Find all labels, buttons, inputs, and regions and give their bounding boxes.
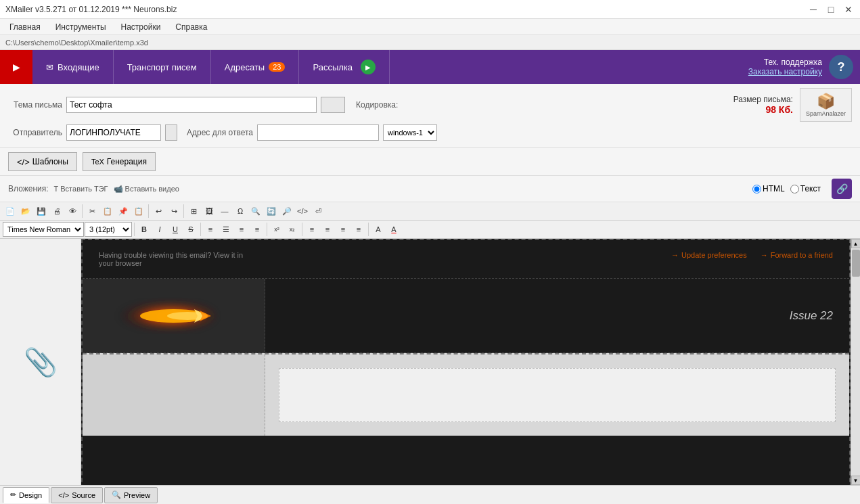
minimize-button[interactable]: ─ (807, 3, 819, 16)
addresses-button[interactable]: Адресаты 23 (211, 50, 300, 84)
arrow-icon-1: → (671, 251, 679, 259)
image-button[interactable]: 🖼 (202, 204, 217, 219)
zoom-button[interactable]: 🔎 (279, 204, 294, 219)
gen-icon: TeX (91, 158, 104, 166)
clip-icon: 🔗 (836, 183, 848, 194)
editor-body: 📎 Having trouble viewing this email? Vie… (0, 239, 860, 485)
align-right-button[interactable]: ≡ (234, 222, 249, 237)
text-radio[interactable] (790, 185, 799, 193)
html-radio-option[interactable]: HTML (752, 184, 785, 193)
source-tab[interactable]: </> Source (51, 487, 103, 503)
unordered-list-button[interactable]: ≡ (304, 222, 319, 237)
cut-button[interactable]: ✂ (85, 204, 99, 219)
editor-toolbar: 📄 📂 💾 🖨 👁 ✂ 📋 📌 📋 ↩ ↪ ⊞ 🖼 — Ω 🔍 🔄 🔎 </> … (0, 202, 860, 221)
bottom-tab-bar: ✏ Design </> Source 🔍 Preview (0, 485, 860, 504)
justify-button[interactable]: ≡ (250, 222, 265, 237)
encoding-label: Кодировка: (356, 100, 398, 110)
menu-tools[interactable]: Инструменты (49, 21, 113, 33)
insert-tag-button[interactable]: T Вставить ТЭГ (54, 185, 108, 193)
new-doc-button[interactable]: 📄 (3, 204, 18, 219)
subject-extra-btn[interactable] (321, 97, 345, 113)
title-bar: XMailer v3.5.271 от 01.12.2019 *** Neuro… (0, 0, 860, 19)
save-button[interactable]: 💾 (34, 204, 49, 219)
youtube-icon (6, 60, 26, 74)
preview-tab[interactable]: 🔍 Preview (104, 487, 158, 503)
close-button[interactable]: ✕ (842, 3, 855, 16)
ordered-list-button[interactable]: ≡ (320, 222, 335, 237)
v-scrollbar-thumb[interactable] (852, 250, 860, 277)
replace-button[interactable]: 🔄 (264, 204, 279, 219)
support-area: Тех. поддержка Заказать настройку (748, 58, 822, 76)
sender-extra-btn[interactable] (165, 124, 177, 141)
hr-button[interactable]: — (217, 204, 232, 219)
template-row: </> Шаблоны TeX Генерация (0, 148, 860, 176)
scroll-down-button[interactable]: ▼ (851, 476, 861, 485)
highlight-button[interactable]: A (371, 222, 386, 237)
wrap-button[interactable]: ⏎ (311, 204, 325, 219)
inbox-label: Входящие (58, 62, 99, 72)
paste-button[interactable]: 📌 (116, 204, 131, 219)
list-indent-button[interactable]: ≡ (351, 222, 366, 237)
reply-label: Адрес для ответа (187, 128, 253, 137)
support-link[interactable]: Заказать настройку (748, 67, 822, 76)
strikethrough-button[interactable]: S (183, 222, 198, 237)
vertical-scrollbar[interactable]: ▲ ▼ (851, 239, 860, 485)
editor-toolbar-2: Times New Roman 3 (12pt) B I U S ≡ ☰ ≡ ≡… (0, 221, 860, 239)
design-tab[interactable]: ✏ Design (3, 487, 49, 503)
separator-6 (267, 223, 267, 236)
transport-button[interactable]: Транспорт писем (114, 50, 211, 84)
sender-row: Отправитель Адрес для ответа windows-1 (8, 124, 852, 141)
scroll-up-button[interactable]: ▲ (851, 239, 861, 248)
subject-input[interactable] (66, 97, 317, 113)
inbox-button[interactable]: ✉ Входящие (32, 50, 114, 84)
align-center-button[interactable]: ☰ (219, 222, 233, 237)
generation-button[interactable]: TeX Генерация (83, 152, 156, 171)
paste-special-button[interactable]: 📋 (131, 204, 146, 219)
menu-home[interactable]: Главная (3, 21, 47, 33)
open-button[interactable]: 📂 (18, 204, 33, 219)
spam-analyzer-button[interactable]: 📦 SpamAnalazer (800, 88, 852, 122)
youtube-button[interactable] (0, 50, 32, 84)
superscript-button[interactable]: x² (269, 222, 284, 237)
list-outdent-button[interactable]: ≡ (336, 222, 350, 237)
editor-canvas[interactable]: Having trouble viewing this email? View … (81, 239, 851, 485)
text-label: Текст (800, 184, 821, 193)
content-main-area[interactable] (279, 368, 836, 422)
html-radio[interactable] (752, 185, 761, 193)
attachments-panel: 📎 (0, 239, 81, 485)
update-link[interactable]: → Update preferences (671, 251, 747, 259)
underline-button[interactable]: U (168, 222, 183, 237)
align-left-button[interactable]: ≡ (203, 222, 218, 237)
separator-7 (302, 223, 302, 236)
menu-settings[interactable]: Настройки (114, 21, 168, 33)
find-button[interactable]: 🔍 (248, 204, 263, 219)
inbox-icon: ✉ (46, 62, 53, 72)
redo-button[interactable]: ↪ (166, 204, 181, 219)
bold-button[interactable]: B (137, 222, 152, 237)
insert-video-button[interactable]: 📹 Вставить видео (114, 185, 179, 193)
forward-link[interactable]: → Forward to a friend (761, 251, 833, 259)
italic-button[interactable]: I (152, 222, 167, 237)
print-button[interactable]: 🖨 (49, 204, 64, 219)
size-select[interactable]: 3 (12pt) (85, 222, 132, 237)
code-button[interactable]: </> (295, 204, 310, 219)
send-button[interactable]: Рассылка ▶ (299, 50, 390, 84)
table-button[interactable]: ⊞ (186, 204, 201, 219)
encoding-select[interactable]: windows-1 (383, 124, 437, 141)
menu-help[interactable]: Справка (168, 21, 214, 33)
clip-button[interactable]: 🔗 (832, 179, 852, 199)
subscript-button[interactable]: x₂ (285, 222, 300, 237)
font-color-button[interactable]: A (386, 222, 401, 237)
reply-input[interactable] (257, 124, 379, 141)
preview-button[interactable]: 👁 (65, 204, 80, 219)
help-button[interactable]: ? (829, 55, 853, 79)
special-char-button[interactable]: Ω (233, 204, 248, 219)
font-select[interactable]: Times New Roman (3, 222, 84, 237)
html-label: HTML (763, 184, 785, 193)
maximize-button[interactable]: □ (825, 3, 837, 16)
templates-button[interactable]: </> Шаблоны (8, 152, 77, 171)
sender-input[interactable] (66, 124, 161, 141)
undo-button[interactable]: ↩ (151, 204, 166, 219)
text-radio-option[interactable]: Текст (790, 184, 821, 193)
copy-button[interactable]: 📋 (100, 204, 115, 219)
